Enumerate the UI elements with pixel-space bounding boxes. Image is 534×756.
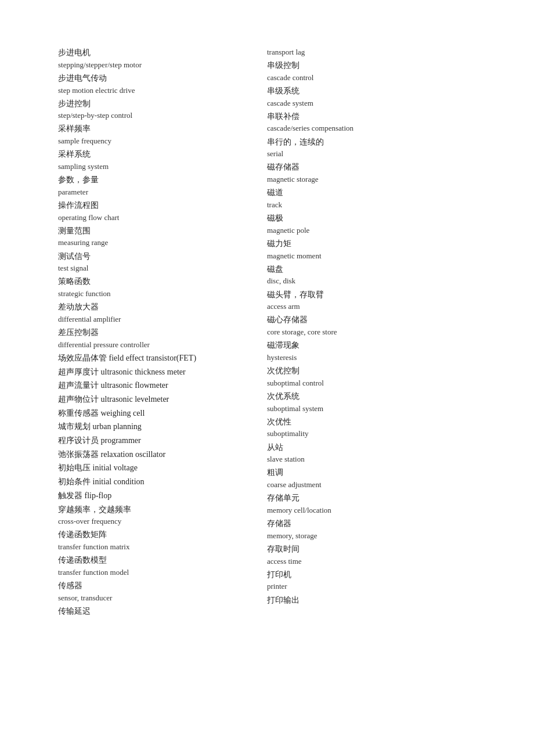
term-chinese: 触发器 flip-flop bbox=[58, 489, 267, 502]
term-english: test signal bbox=[58, 262, 267, 274]
term-english: hysteresis bbox=[267, 352, 476, 363]
term-chinese: 串级控制 bbox=[267, 59, 476, 72]
term-chinese: 次优性 bbox=[267, 416, 476, 429]
term-english: cross-over frequency bbox=[58, 516, 267, 527]
term-chinese: 磁头臂，存取臂 bbox=[267, 289, 476, 301]
term-english: disc, disk bbox=[267, 275, 476, 287]
term-english: magnetic moment bbox=[267, 250, 476, 262]
term-pair: 磁道track bbox=[267, 186, 476, 211]
term-pair: 存储器memory, storage bbox=[267, 517, 476, 542]
term-pair: 差压控制器differential pressure controller bbox=[58, 326, 267, 351]
term-pair: 传感器sensor, transducer bbox=[58, 579, 267, 604]
term-chinese: 存取时间 bbox=[267, 543, 476, 556]
term-english: differential pressure controller bbox=[58, 339, 267, 351]
term-chinese: 差动放大器 bbox=[58, 301, 267, 314]
term-pair: 城市规划 urban planning bbox=[58, 420, 267, 433]
term-english: transfer function matrix bbox=[58, 541, 267, 553]
term-pair: 磁存储器magnetic storage bbox=[267, 161, 476, 185]
term-english: cascade/series compensation bbox=[267, 123, 476, 134]
term-english: suboptimal control bbox=[267, 377, 476, 389]
term-english: sensor, transducer bbox=[58, 592, 267, 604]
term-chinese: 城市规划 urban planning bbox=[58, 420, 267, 433]
term-pair: 磁心存储器core storage, core store bbox=[267, 314, 476, 338]
term-pair: 步进电机stepping/stepper/step motor bbox=[58, 46, 267, 71]
term-pair: 从站slave station bbox=[267, 441, 476, 466]
term-pair: 超声厚度计 ultrasonic thickness meter bbox=[58, 366, 267, 379]
term-english: stepping/stepper/step motor bbox=[58, 59, 267, 71]
term-chinese: 传递函数矩阵 bbox=[58, 528, 267, 541]
term-english: core storage, core store bbox=[267, 326, 476, 338]
term-english: serial bbox=[267, 148, 476, 160]
term-pair: 传输延迟 bbox=[58, 605, 267, 618]
term-english: step/step-by-step control bbox=[58, 110, 267, 121]
term-english: track bbox=[267, 199, 476, 211]
term-chinese: 串行的，连续的 bbox=[267, 136, 476, 149]
term-chinese: 策略函数 bbox=[58, 275, 267, 288]
term-chinese: 打印输出 bbox=[267, 594, 476, 607]
term-english: differential amplifier bbox=[58, 314, 267, 325]
term-english: operating flow chart bbox=[58, 212, 267, 224]
term-pair: 传递函数矩阵transfer function matrix bbox=[58, 528, 267, 553]
term-chinese: 测量范围 bbox=[58, 225, 267, 237]
term-pair: 次优控制suboptimal control bbox=[267, 365, 476, 389]
term-pair: 超声流量计 ultrasonic flowmeter bbox=[58, 379, 267, 392]
term-pair: 打印输出 bbox=[267, 594, 476, 607]
term-pair: 存储单元memory cell/location bbox=[267, 492, 476, 516]
term-pair: 穿越频率，交越频率cross-over frequency bbox=[58, 503, 267, 528]
term-pair: 超声物位计 ultrasonic levelmeter bbox=[58, 393, 267, 406]
term-pair: 程序设计员 programmer bbox=[58, 434, 267, 447]
term-english: printer bbox=[267, 581, 476, 592]
term-chinese: 步进控制 bbox=[58, 98, 267, 110]
term-chinese: 传感器 bbox=[58, 579, 267, 592]
term-pair: 场效应晶体管 field effect transistor(FET) bbox=[58, 352, 267, 365]
term-english: magnetic pole bbox=[267, 225, 476, 236]
term-chinese: 采样系统 bbox=[58, 148, 267, 161]
term-pair: 磁滞现象hysteresis bbox=[267, 339, 476, 363]
term-pair: 串级系统cascade system bbox=[267, 85, 476, 109]
term-pair: 采样频率sample frequency bbox=[58, 123, 267, 147]
term-english: slave station bbox=[267, 453, 476, 465]
term-chinese: 采样频率 bbox=[58, 123, 267, 135]
term-pair: 策略函数strategic function bbox=[58, 275, 267, 300]
term-pair: 磁极magnetic pole bbox=[267, 212, 476, 236]
term-pair: 差动放大器differential amplifier bbox=[58, 301, 267, 325]
term-chinese: 初始条件 initial condition bbox=[58, 476, 267, 488]
term-chinese: 超声厚度计 ultrasonic thickness meter bbox=[58, 366, 267, 379]
term-chinese: 磁盘 bbox=[267, 263, 476, 276]
term-pair: 步进控制step/step-by-step control bbox=[58, 98, 267, 122]
term-english: coarse adjustment bbox=[267, 479, 476, 491]
term-chinese: 从站 bbox=[267, 441, 476, 454]
term-chinese: 磁道 bbox=[267, 186, 476, 199]
term-chinese: 磁极 bbox=[267, 212, 476, 225]
term-english: strategic function bbox=[58, 288, 267, 300]
term-chinese: 磁滞现象 bbox=[267, 339, 476, 352]
term-chinese: 步进电气传动 bbox=[58, 72, 267, 85]
term-chinese: 弛张振荡器 relaxation oscillator bbox=[58, 448, 267, 461]
term-pair: 次优性suboptimality bbox=[267, 416, 476, 440]
term-english: sample frequency bbox=[58, 135, 267, 147]
term-chinese: 超声流量计 ultrasonic flowmeter bbox=[58, 379, 267, 392]
term-chinese: 磁心存储器 bbox=[267, 314, 476, 326]
term-english: memory, storage bbox=[267, 530, 476, 542]
term-pair: 参数，参量parameter bbox=[58, 174, 267, 198]
term-chinese: 步进电机 bbox=[58, 46, 267, 59]
term-chinese: 参数，参量 bbox=[58, 174, 267, 186]
term-english: transport lag bbox=[267, 46, 476, 58]
term-pair: 次优系统suboptimal system bbox=[267, 390, 476, 415]
term-pair: 磁力矩magnetic moment bbox=[267, 237, 476, 262]
left-column: 步进电机stepping/stepper/step motor步进电气传动ste… bbox=[58, 46, 267, 619]
term-english: step motion electric drive bbox=[58, 85, 267, 96]
term-english: transfer function model bbox=[58, 567, 267, 578]
term-english: cascade control bbox=[267, 72, 476, 84]
term-pair: 传递函数模型transfer function model bbox=[58, 554, 267, 578]
term-chinese: 称重传感器 weighing cell bbox=[58, 407, 267, 420]
term-english: cascade system bbox=[267, 98, 476, 109]
term-chinese: 场效应晶体管 field effect transistor(FET) bbox=[58, 352, 267, 365]
term-english: sampling system bbox=[58, 161, 267, 172]
term-chinese: 穿越频率，交越频率 bbox=[58, 503, 267, 516]
term-pair: 串联补偿cascade/series compensation bbox=[267, 110, 476, 135]
term-pair: 初始电压 initial voltage bbox=[58, 462, 267, 474]
term-chinese: 初始电压 initial voltage bbox=[58, 462, 267, 474]
term-pair: 串行的，连续的serial bbox=[267, 136, 476, 160]
term-chinese: 操作流程图 bbox=[58, 199, 267, 212]
